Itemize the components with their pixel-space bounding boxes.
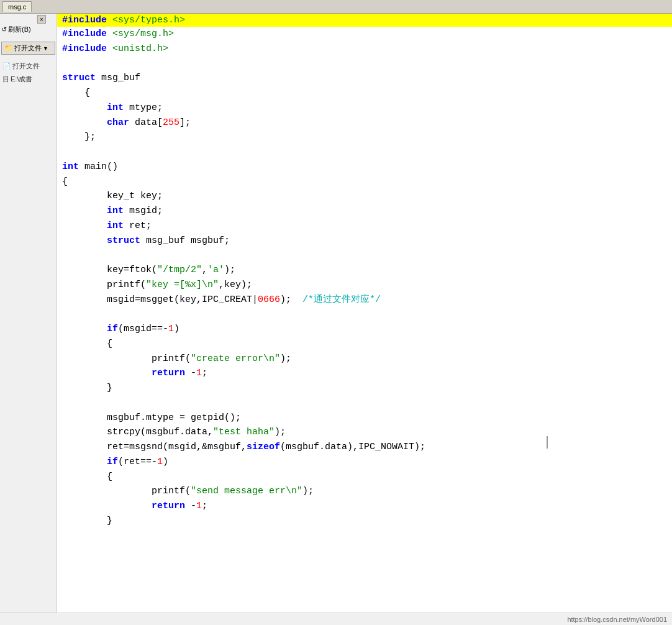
code-line-32: { xyxy=(57,470,672,485)
code-line-29: strcpy(msgbuf.data,"test haha"); xyxy=(57,425,672,440)
main-layout: × ↺ 刷新(B) 📁 打开文件 ▼ 📄 打开文件 目 E:\成書 xyxy=(0,14,672,613)
code-line-1: #include <sys/types.h> xyxy=(57,14,672,27)
close-icon[interactable]: × xyxy=(37,15,46,24)
code-line-13: key_t key; xyxy=(57,189,672,204)
footer-bar: https://blog.csdn.net/myWord001 xyxy=(0,613,672,625)
code-line-14: int msgid; xyxy=(57,204,672,219)
dropdown-icon: ▼ xyxy=(43,45,48,52)
code-line-19: printf("key =[%x]\n",key); xyxy=(57,278,672,293)
code-line-18: key=ftok("/tmp/2",'a'); xyxy=(57,263,672,278)
folder-icon: 📁 xyxy=(4,44,13,52)
open-file-button[interactable]: 📁 打开文件 ▼ xyxy=(1,42,55,55)
refresh-icon: ↺ xyxy=(1,25,7,34)
code-line-15: int ret; xyxy=(57,219,672,234)
code-line-21 xyxy=(57,307,672,322)
code-line-31: if(ret==-1) xyxy=(57,455,672,470)
code-line-30: ret=msgsnd(msgid,&msgbuf,sizeof(msgbuf.d… xyxy=(57,440,672,455)
code-line-10 xyxy=(57,145,672,160)
title-bar: msg.c xyxy=(0,0,672,14)
code-line-33: printf("send message err\n"); xyxy=(57,484,672,499)
code-content: #include <sys/types.h> #include <sys/msg… xyxy=(57,14,672,613)
code-line-23: { xyxy=(57,337,672,352)
text-cursor xyxy=(547,436,548,449)
code-line-6: { xyxy=(57,86,672,101)
code-line-16: struct msg_buf msgbuf; xyxy=(57,234,672,249)
watermark-text: https://blog.csdn.net/myWord001 xyxy=(567,616,667,623)
path-entry: 目 E:\成書 xyxy=(1,74,55,84)
code-line-24: printf("create error\n"); xyxy=(57,352,672,367)
folder-path-icon: 目 xyxy=(2,75,9,84)
code-editor[interactable]: #include <sys/types.h> #include <sys/msg… xyxy=(57,14,672,613)
code-line-3: #include <unistd.h> xyxy=(57,42,672,57)
code-line-12: { xyxy=(57,175,672,189)
code-line-25: return -1; xyxy=(57,366,672,381)
code-line-34: return -1; xyxy=(57,499,672,514)
code-line-17 xyxy=(57,248,672,263)
refresh-button[interactable]: ↺ 刷新(B) xyxy=(1,25,55,34)
code-line-22: if(msgid==-1) xyxy=(57,322,672,337)
file-entry: 📄 打开文件 xyxy=(1,61,55,71)
code-line-9: }; xyxy=(57,130,672,145)
code-line-35: } xyxy=(57,514,672,529)
code-line-28: msgbuf.mtype = getpid(); xyxy=(57,411,672,426)
file-icon: 📄 xyxy=(2,62,11,70)
sidebar: × ↺ 刷新(B) 📁 打开文件 ▼ 📄 打开文件 目 E:\成書 xyxy=(0,14,57,613)
code-line-8: char data[255]; xyxy=(57,116,672,130)
code-line-4 xyxy=(57,57,672,71)
code-line-26: } xyxy=(57,381,672,396)
code-line-27 xyxy=(57,396,672,411)
code-line-2: #include <sys/msg.h> xyxy=(57,27,672,42)
file-tab[interactable]: msg.c xyxy=(2,1,32,12)
code-line-11: int main() xyxy=(57,160,672,175)
code-line-5: struct msg_buf xyxy=(57,71,672,86)
sidebar-toolbar: × ↺ 刷新(B) 📁 打开文件 ▼ 📄 打开文件 目 E:\成書 xyxy=(1,16,55,84)
code-line-20: msgid=msgget(key,IPC_CREAT|0666); /*通过文件… xyxy=(57,293,672,308)
code-line-7: int mtype; xyxy=(57,101,672,116)
